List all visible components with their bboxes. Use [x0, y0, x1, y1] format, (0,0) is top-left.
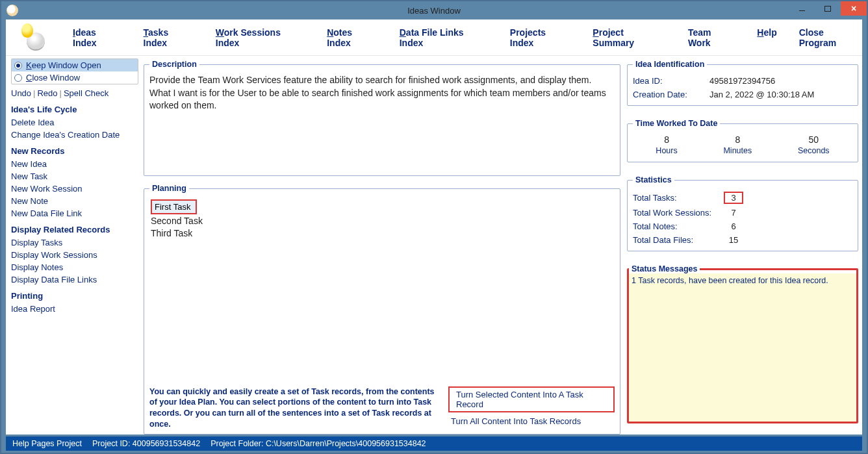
sidebar: Keep Window Open Close Window Undo | Red… — [6, 56, 142, 435]
idea-identification-legend: Idea Identification — [633, 60, 707, 69]
total-notes-label: Total Notes: — [633, 221, 724, 231]
nav-ideas-index[interactable]: Ideas Index — [73, 27, 121, 48]
planning-legend: Planning — [149, 184, 189, 193]
statusbar-help-project[interactable]: Help Pages Project — [12, 439, 82, 448]
sidebar-heading-printing: Printing — [11, 291, 140, 301]
status-messages-legend: Status Messages — [629, 264, 700, 273]
titlebar[interactable]: Ideas Window × — [1, 1, 867, 19]
sidebar-new-task[interactable]: New Task — [11, 170, 140, 183]
nav-close-program[interactable]: Close Program — [799, 27, 862, 48]
planning-editor[interactable]: First Task Second Task Third Task — [149, 198, 615, 381]
nav-team-work[interactable]: Team Work — [688, 27, 735, 48]
window-mode-group: Keep Window Open Close Window — [11, 58, 138, 84]
nav-project-summary[interactable]: Project Summary — [593, 27, 666, 48]
nav-notes-index[interactable]: Notes Index — [327, 27, 377, 48]
minimize-icon — [799, 10, 805, 11]
maximize-icon — [824, 6, 831, 12]
creation-date-label: Creation Date: — [633, 90, 709, 99]
time-worked-legend: Time Worked To Date — [633, 119, 720, 128]
turn-all-into-tasks-button[interactable]: Turn All Content Into Task Records — [448, 415, 583, 427]
creation-date-value: Jan 2, 2022 @ 10:30:18 AM — [709, 90, 814, 99]
sidebar-heading-display-related: Display Related Records — [11, 225, 140, 234]
total-work-sessions-label: Total Work Sessions: — [633, 208, 724, 218]
time-worked-panel: Time Worked To Date 8 Hours 8 Minutes 50 — [627, 119, 858, 162]
seconds-value: 50 — [798, 134, 830, 145]
close-icon: × — [851, 4, 856, 13]
statusbar-project-id: Project ID: 400956931534842 — [92, 439, 200, 448]
status-message-line: 1 Task records, have been created for th… — [629, 273, 856, 288]
undo-link[interactable]: Undo — [11, 88, 31, 98]
idea-id-value: 49581972394756 — [709, 76, 775, 86]
sidebar-idea-report[interactable]: Idea Report — [11, 303, 140, 315]
sidebar-heading-new-records: New Records — [11, 146, 140, 156]
close-button[interactable]: × — [841, 1, 867, 16]
statusbar: Help Pages Project Project ID: 400956931… — [6, 436, 862, 451]
sidebar-heading-life-cycle: Idea's Life Cycle — [11, 105, 140, 114]
hours-label: Hours — [656, 146, 677, 155]
idea-identification-panel: Idea Identification Idea ID: 49581972394… — [627, 60, 858, 106]
total-notes-value: 6 — [724, 221, 743, 231]
window-title: Ideas Window — [1, 6, 867, 16]
sidebar-new-work-session[interactable]: New Work Session — [11, 183, 140, 195]
description-text[interactable]: Provide the Team Work Services feature t… — [149, 74, 615, 171]
idea-id-label: Idea ID: — [633, 76, 709, 86]
planning-task-third[interactable]: Third Task — [151, 227, 613, 240]
nav-tasks-index[interactable]: Tasks Index — [144, 27, 194, 48]
toolbar: Ideas Index Tasks Index Work Sessions In… — [6, 19, 862, 56]
planning-helper-text: You can quickly and easily create a set … — [149, 386, 435, 431]
turn-selected-into-task-button[interactable]: Turn Selected Content Into A Task Record — [448, 386, 615, 412]
nav-help[interactable]: Help — [757, 27, 776, 48]
total-data-files-label: Total Data Files: — [633, 235, 724, 245]
sidebar-display-work-sessions[interactable]: Display Work Sessions — [11, 249, 140, 261]
window-controls: × — [789, 1, 867, 16]
spell-check-link[interactable]: Spell Check — [64, 88, 108, 98]
minutes-label: Minutes — [723, 146, 752, 155]
statistics-legend: Statistics — [633, 175, 674, 184]
minimize-button[interactable] — [789, 1, 815, 16]
hours-value: 8 — [656, 134, 677, 145]
app-window: Ideas Window × Ideas Index Tasks Index W… — [0, 0, 868, 454]
description-panel: Description Provide the Team Work Servic… — [144, 60, 620, 176]
planning-task-first-selected[interactable]: First Task — [151, 199, 197, 214]
sidebar-change-creation-date[interactable]: Change Idea's Creation Date — [11, 129, 140, 141]
idea-logo-icon — [12, 22, 51, 53]
sidebar-display-notes[interactable]: Display Notes — [11, 261, 140, 273]
minutes-value: 8 — [723, 134, 752, 145]
nav-work-sessions-index[interactable]: Work Sessions Index — [216, 27, 305, 48]
radio-icon — [14, 74, 22, 82]
redo-link[interactable]: Redo — [37, 88, 57, 98]
maximize-button[interactable] — [815, 1, 841, 16]
status-messages-area — [629, 288, 856, 422]
sidebar-display-data-file-links[interactable]: Display Data File Links — [11, 273, 140, 286]
total-tasks-value: 3 — [724, 192, 743, 204]
total-work-sessions-value: 7 — [724, 208, 743, 218]
planning-panel: Planning First Task Second Task Third Ta… — [144, 184, 620, 435]
radio-icon — [14, 62, 22, 69]
sidebar-new-data-file-link[interactable]: New Data File Link — [11, 207, 140, 220]
statusbar-project-folder: Project Folder: C:\Users\Darren\Projects… — [211, 439, 426, 448]
status-messages-panel: Status Messages 1 Task records, have bee… — [627, 264, 858, 423]
sidebar-new-idea[interactable]: New Idea — [11, 158, 140, 170]
total-data-files-value: 15 — [724, 235, 743, 245]
seconds-label: Seconds — [798, 146, 830, 155]
sidebar-new-note[interactable]: New Note — [11, 195, 140, 207]
radio-close-window[interactable]: Close Window — [12, 71, 138, 84]
nav-data-file-links-index[interactable]: Data File Links Index — [400, 27, 488, 48]
description-legend: Description — [149, 60, 199, 69]
nav-projects-index[interactable]: Projects Index — [510, 27, 571, 48]
statistics-panel: Statistics Total Tasks: 3 Total Work Ses… — [627, 175, 858, 251]
radio-keep-window-open[interactable]: Keep Window Open — [12, 59, 138, 71]
total-tasks-label: Total Tasks: — [633, 193, 724, 203]
planning-task-second[interactable]: Second Task — [151, 215, 613, 227]
sidebar-display-tasks[interactable]: Display Tasks — [11, 236, 140, 249]
sidebar-delete-idea[interactable]: Delete Idea — [11, 116, 140, 129]
